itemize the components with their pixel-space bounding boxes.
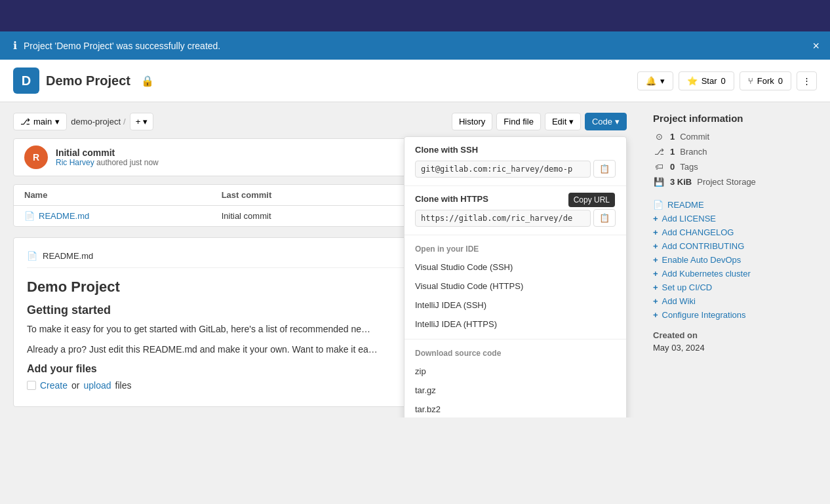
plus-icon: +: [653, 282, 658, 292]
alert-close-button[interactable]: ×: [812, 39, 820, 52]
ide-intellij-ssh[interactable]: IntelliJ IDEA (SSH): [405, 296, 626, 315]
add-changelog-link[interactable]: + Add CHANGELOG: [653, 227, 817, 237]
main-content: ⎇ main ▾ demo-project / + ▾ History Find…: [0, 102, 830, 417]
stat-branch: ⎇ 1 Branch: [653, 147, 817, 157]
open-ide-label: Open in your IDE: [405, 241, 626, 258]
plus-icon: +: [653, 241, 658, 251]
add-changelog-text: Add CHANGELOG: [662, 227, 734, 237]
download-label: Download source code: [405, 345, 626, 362]
readme-link-text: README: [667, 200, 704, 210]
code-button[interactable]: Code ▾: [585, 113, 627, 130]
branch-selector: ⎇ main ▾ demo-project / + ▾: [13, 113, 153, 130]
plus-icon: +: [653, 296, 658, 306]
storage-value: 3 KiB: [670, 177, 692, 187]
enable-auto-devops-link[interactable]: + Enable Auto DevOps: [653, 255, 817, 265]
project-header: D Demo Project 🔒 🔔 ▾ ⭐ Star 0 ⑂ Fork 0 ⋮: [0, 60, 830, 102]
readme-link[interactable]: 📄 README: [653, 200, 817, 210]
clone-ssh-title: Clone with SSH: [415, 145, 616, 155]
or-text: or: [71, 380, 79, 391]
star-count: 0: [721, 76, 726, 86]
sidebar-stats: ⊙ 1 Commit ⎇ 1 Branch 🏷 0 Tags 💾 3 KiB P…: [653, 132, 817, 187]
right-sidebar: Project information ⊙ 1 Commit ⎇ 1 Branc…: [640, 102, 830, 417]
stat-tags: 🏷 0 Tags: [653, 162, 817, 172]
add-kubernetes-link[interactable]: + Add Kubernetes cluster: [653, 269, 817, 279]
add-license-link[interactable]: + Add LICENSE: [653, 214, 817, 223]
path-root[interactable]: demo-project: [71, 117, 121, 126]
top-navigation: [0, 0, 830, 31]
branch-count: 1: [670, 147, 675, 157]
add-file-button[interactable]: + ▾: [130, 113, 154, 130]
commit-icon: ⊙: [653, 132, 665, 142]
add-wiki-text: Add Wiki: [662, 296, 696, 306]
setup-ci-text: Set up CI/CD: [662, 282, 713, 292]
find-file-button[interactable]: Find file: [496, 113, 541, 130]
clone-dropdown: Clone with SSH 📋 Clone with HTTPS: [404, 136, 627, 417]
setup-ci-link[interactable]: + Set up CI/CD: [653, 282, 817, 292]
commit-author-link[interactable]: Ric Harvey: [56, 158, 94, 167]
plus-icon: +: [653, 310, 658, 320]
sidebar-section-title: Project information: [653, 113, 817, 124]
code-label: Code: [592, 117, 612, 126]
col-name: Name: [24, 190, 222, 200]
download-tar-bz2[interactable]: tar.bz2: [405, 400, 626, 417]
ide-intellij-https[interactable]: IntelliJ IDEA (HTTPS): [405, 315, 626, 334]
copy-https-button[interactable]: 📋 Copy URL: [593, 209, 616, 227]
created-on-date: May 03, 2024: [653, 343, 817, 353]
clone-ssh-input[interactable]: [415, 161, 591, 178]
fork-icon: ⑂: [748, 76, 753, 86]
add-wiki-link[interactable]: + Add Wiki: [653, 296, 817, 306]
copy-url-tooltip: Copy URL: [568, 193, 615, 207]
branch-chevron: ▾: [55, 117, 60, 126]
toolbar-row: ⎇ main ▾ demo-project / + ▾ History Find…: [13, 113, 627, 130]
branch-name: main: [33, 117, 52, 126]
add-contributing-link[interactable]: + Add CONTRIBUTING: [653, 241, 817, 251]
download-zip[interactable]: zip: [405, 362, 626, 381]
bell-icon: 🔔: [646, 76, 656, 86]
fork-button[interactable]: ⑂ Fork 0: [740, 71, 791, 90]
commit-count: 1: [670, 132, 675, 142]
files-text: files: [115, 380, 132, 391]
path-separator: /: [123, 117, 126, 126]
enable-auto-devops-text: Enable Auto DevOps: [662, 255, 741, 265]
branch-select-button[interactable]: ⎇ main ▾: [13, 113, 67, 130]
tags-icon: 🏷: [653, 162, 665, 172]
upload-link[interactable]: upload: [83, 380, 111, 391]
copy-ssh-button[interactable]: 📋: [593, 160, 616, 178]
history-button[interactable]: History: [452, 113, 492, 130]
commit-label: Commit: [680, 132, 709, 142]
ide-vscode-ssh[interactable]: Visual Studio Code (SSH): [405, 258, 626, 277]
clone-ssh-section: Clone with SSH 📋: [405, 137, 626, 186]
fork-label: Fork: [757, 76, 774, 86]
file-icon: 📄: [24, 211, 35, 221]
clone-https-input[interactable]: [415, 210, 591, 227]
stat-storage: 💾 3 KiB Project Storage: [653, 177, 817, 187]
project-title-area: D Demo Project 🔒: [13, 68, 154, 94]
add-license-text: Add LICENSE: [662, 214, 716, 223]
commit-avatar: R: [24, 145, 48, 169]
edit-button[interactable]: Edit ▾: [545, 113, 581, 130]
more-icon: ⋮: [802, 76, 811, 86]
edit-chevron: ▾: [569, 117, 574, 126]
header-actions: 🔔 ▾ ⭐ Star 0 ⑂ Fork 0 ⋮: [637, 71, 817, 90]
open-ide-section: Open in your IDE Visual Studio Code (SSH…: [405, 235, 626, 339]
commit-time: authored just now: [96, 158, 159, 167]
ide-vscode-https[interactable]: Visual Studio Code (HTTPS): [405, 277, 626, 296]
create-link[interactable]: Create: [40, 380, 68, 391]
download-tar-gz[interactable]: tar.gz: [405, 381, 626, 400]
plus-icon: +: [653, 227, 658, 237]
readme-link-icon: 📄: [653, 200, 663, 210]
tags-count: 0: [670, 162, 675, 172]
download-section: Download source code zip tar.gz tar.bz2 …: [405, 339, 626, 417]
file-name-text: README.md: [39, 211, 89, 221]
fork-count: 0: [778, 76, 783, 86]
configure-integrations-link[interactable]: + Configure Integrations: [653, 310, 817, 320]
file-name[interactable]: 📄 README.md: [24, 211, 222, 221]
storage-icon: 💾: [653, 177, 665, 187]
more-actions-button[interactable]: ⋮: [797, 71, 817, 90]
clone-https-section: Clone with HTTPS 📋 Copy URL: [405, 186, 626, 235]
col-last-commit: Last commit: [222, 190, 419, 200]
star-button[interactable]: ⭐ Star 0: [679, 71, 734, 90]
tags-label: Tags: [680, 162, 698, 172]
notification-button[interactable]: 🔔 ▾: [637, 71, 673, 90]
alert-message: Project 'Demo Project' was successfully …: [24, 41, 220, 51]
